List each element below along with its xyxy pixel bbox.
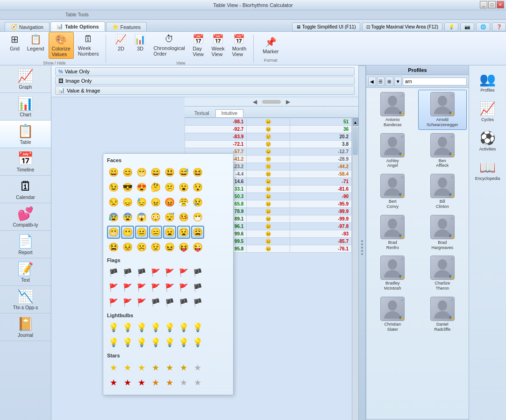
flag-item[interactable]: 🏴 xyxy=(149,296,162,309)
flag-item[interactable]: 🚩 xyxy=(163,281,176,294)
star-item[interactable]: ★ xyxy=(177,376,190,389)
sidebar-item-compatibility[interactable]: 💕 Compatib-ty xyxy=(0,203,51,231)
emoji-item[interactable]: 😎 xyxy=(121,181,134,194)
tab-textual[interactable]: Textual xyxy=(188,109,215,117)
month-view-button[interactable]: 📅 MonthView xyxy=(229,32,250,59)
star-item[interactable]: ★ xyxy=(121,361,134,374)
help-button[interactable]: ❓ xyxy=(492,22,506,31)
marker-button[interactable]: 📌 Marker xyxy=(259,35,282,56)
sidebar-item-chart[interactable]: 📊 Chart xyxy=(0,93,51,121)
legend-button[interactable]: 📋 Legend xyxy=(24,32,48,59)
table-row[interactable]: -98.1 😐 51 xyxy=(185,118,352,126)
flag-item[interactable]: 🏴 xyxy=(191,281,204,294)
profile-card[interactable]: ♂ 🎭 AshleyAngel xyxy=(368,131,417,171)
sidebar-item-graph[interactable]: 📈 Graph xyxy=(0,65,51,93)
image-only-button[interactable]: 🖼 Image Only xyxy=(55,77,355,85)
flag-item[interactable]: 🚩 xyxy=(107,296,120,309)
bulb-button[interactable]: 💡 xyxy=(444,22,458,31)
emoji-item[interactable]: 😁 xyxy=(135,166,148,179)
lightbulb-item[interactable]: 💡 xyxy=(177,336,190,349)
emoji-item[interactable]: 😠 xyxy=(149,196,162,209)
profiles-filter-button[interactable]: ▼ xyxy=(394,77,402,86)
lightbulb-item[interactable]: 💡 xyxy=(149,336,162,349)
grid-button[interactable]: ⊞ Grid xyxy=(7,32,23,59)
emoji-item[interactable]: 😊 xyxy=(121,166,134,179)
emoji-item[interactable]: 🤔 xyxy=(149,181,162,194)
toggle-simplified-button[interactable]: 🖥 Toggle Simplified UI (F11) xyxy=(292,22,360,31)
lightbulb-item[interactable]: 💡 xyxy=(107,321,120,334)
minimize-button[interactable]: _ xyxy=(480,1,487,8)
profiles-list-button[interactable]: ☰ xyxy=(377,77,385,86)
tab-table-options[interactable]: 📊 Table Options xyxy=(50,21,105,31)
flag-item[interactable]: 🚩 xyxy=(149,281,162,294)
far-right-cycles[interactable]: 📈 Cycles xyxy=(471,99,504,124)
emoji-item[interactable]: 😅 xyxy=(177,166,190,179)
profile-card[interactable]: ♂ 🎭 CharlizeTheron xyxy=(418,253,467,293)
week-numbers-button[interactable]: 🗓 WeekNumbers xyxy=(75,32,102,59)
profile-card[interactable]: ♂ 🎭 DanielRadcliffe xyxy=(418,294,467,335)
sidebar-item-journal[interactable]: 📔 Journal xyxy=(0,313,51,341)
sidebar-item-calendar[interactable]: 🗓 Calendar xyxy=(0,176,51,203)
lightbulb-item[interactable]: 💡 xyxy=(191,336,204,349)
sidebar-item-table[interactable]: 📋 Table xyxy=(0,121,51,148)
lightbulb-item[interactable]: 💡 xyxy=(163,336,176,349)
tab-intuitive[interactable]: Intuitive xyxy=(215,109,243,117)
star-item[interactable]: ★ xyxy=(163,361,176,374)
star-item[interactable]: ★ xyxy=(191,361,204,374)
emoji-item[interactable]: 😳 xyxy=(149,211,162,224)
emoji-item[interactable]: 😟 xyxy=(149,241,162,254)
camera-button[interactable]: 📷 xyxy=(460,22,474,31)
star-item[interactable]: ★ xyxy=(149,376,162,389)
emoji-item[interactable]: 🤒 xyxy=(177,211,190,224)
flag-item[interactable]: 🏴 xyxy=(191,296,204,309)
tab-features[interactable]: ⭐ Features xyxy=(106,22,147,31)
panel-right-arrow[interactable]: ▶ xyxy=(285,97,292,107)
chronological-button[interactable]: ⏱ ChronologicalOrder xyxy=(150,32,188,59)
profile-card[interactable]: ♂ 🎭 BillClinton xyxy=(418,171,467,212)
flag-item[interactable]: 🚩 xyxy=(163,266,176,279)
star-item[interactable]: ★ xyxy=(177,361,190,374)
value-only-button[interactable]: % Value Only xyxy=(55,67,355,76)
sidebar-item-report[interactable]: 📄 Report xyxy=(0,231,51,258)
emoji-item[interactable]: ☹️ xyxy=(135,241,148,254)
profiles-grid-button[interactable]: ⊞ xyxy=(385,77,393,86)
emoji-item[interactable]: 😦 xyxy=(163,226,176,239)
star-item[interactable]: ★ xyxy=(107,361,120,374)
3d-button[interactable]: 📊 3D xyxy=(131,32,149,59)
emoji-item[interactable]: 😰 xyxy=(107,211,120,224)
profile-card[interactable]: ♂ 🎭 BradHargreaves xyxy=(418,213,467,253)
profile-card[interactable]: ♂ 🎭 BradleyMcIntosh xyxy=(368,253,417,293)
emoji-item[interactable]: 😝 xyxy=(177,241,190,254)
emoji-item[interactable]: 😡 xyxy=(163,196,176,209)
flag-item[interactable]: 🚩 xyxy=(135,296,148,309)
scroll-thumb[interactable] xyxy=(353,127,358,155)
sidebar-item-timeline[interactable]: 📅 Timeline xyxy=(0,148,51,176)
emoji-item[interactable]: 😴 xyxy=(163,211,176,224)
lightbulb-item[interactable]: 💡 xyxy=(121,336,134,349)
emoji-item[interactable]: 😧 xyxy=(177,226,190,239)
emoji-item[interactable]: 😜 xyxy=(191,241,204,254)
flag-item[interactable]: 🚩 xyxy=(177,266,190,279)
profile-card[interactable]: ♂ 🎭 BertConvy xyxy=(368,171,417,212)
emoji-item[interactable]: 😤 xyxy=(177,196,190,209)
star-item[interactable]: ★ xyxy=(135,376,148,389)
flag-item[interactable]: 🚩 xyxy=(107,281,120,294)
colorize-button[interactable]: 🎨 ColorizeValues xyxy=(49,32,74,59)
panel-separator[interactable] xyxy=(358,65,366,420)
emoji-item[interactable]: 😐 xyxy=(135,226,148,239)
emoji-item[interactable]: 😞 xyxy=(121,196,134,209)
emoji-item[interactable]: 😖 xyxy=(163,241,176,254)
emoji-item[interactable]: 😮 xyxy=(177,181,190,194)
profile-card[interactable]: ♂ 🎭 ArnoldSchwarzenegger xyxy=(418,90,467,130)
emoji-item[interactable]: 😷 xyxy=(191,211,204,224)
far-right-activities[interactable]: ⚽ Activities xyxy=(471,128,504,154)
globe-button[interactable]: 🌐 xyxy=(476,22,490,31)
sidebar-item-text[interactable]: 📝 Text xyxy=(0,258,51,286)
profile-card[interactable]: ♂ 🎭 BenAffleck xyxy=(418,131,467,171)
emoji-item[interactable]: 😀 xyxy=(107,166,120,179)
emoji-item[interactable]: 😢 xyxy=(191,196,204,209)
sidebar-item-threshold[interactable]: 📉 Thr-s Opp-s xyxy=(0,286,51,313)
flag-item[interactable]: 🚩 xyxy=(121,296,134,309)
flag-item[interactable]: 🚩 xyxy=(121,281,134,294)
lightbulb-item[interactable]: 💡 xyxy=(135,336,148,349)
